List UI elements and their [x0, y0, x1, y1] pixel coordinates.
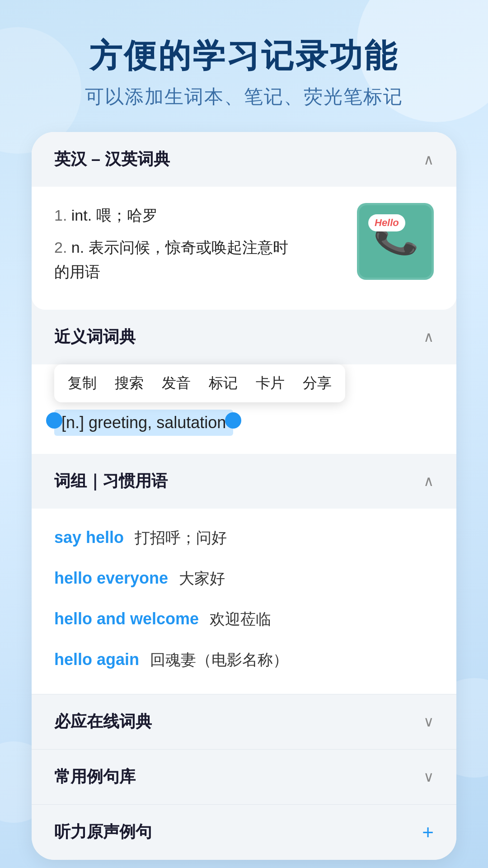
dictionary-title: 英汉 – 汉英词典	[54, 148, 170, 170]
context-menu-search[interactable]: 搜索	[115, 373, 144, 393]
phrase-english-1: say hello	[54, 528, 124, 547]
synonyms-header[interactable]: 近义词词典 ∧	[32, 310, 456, 364]
hello-bubble: Hello	[368, 214, 405, 231]
phrase-chinese-3: 欢迎莅临	[210, 609, 271, 630]
synonym-text-wrapper: [n.] greeting, salutation	[54, 405, 233, 436]
listening-section[interactable]: 听力原声例句 +	[32, 804, 456, 860]
header-section: 方便的学习记录功能 可以添加生词本、笔记、荧光笔标记	[58, 36, 430, 109]
phrase-item-2[interactable]: hello everyone 大家好	[54, 558, 434, 599]
definition-item-2: 2. n. 表示问候，惊奇或唤起注意时的用语	[54, 235, 343, 284]
telephone-illustration: Hello	[359, 205, 432, 278]
synonyms-chevron-icon: ∧	[423, 328, 434, 345]
phrase-english-2: hello everyone	[54, 569, 168, 588]
common-sentences-title: 常用例句库	[54, 766, 136, 788]
phrases-chevron-icon: ∧	[423, 472, 434, 490]
common-sentences-chevron-icon: ∨	[423, 768, 434, 785]
page-subtitle: 可以添加生词本、笔记、荧光笔标记	[85, 84, 403, 109]
synonyms-section: 近义词词典 ∧ 复制 搜索 发音 标记 卡片 分享 [n.] greeting,…	[32, 310, 456, 454]
biying-section[interactable]: 必应在线词典 ∨	[32, 694, 456, 749]
selection-handle-left	[46, 412, 62, 429]
def-num-2: 2.	[54, 239, 71, 256]
synonyms-title: 近义词词典	[54, 326, 136, 348]
listening-title: 听力原声例句	[54, 821, 152, 843]
biying-chevron-icon: ∨	[423, 713, 434, 730]
context-menu: 复制 搜索 发音 标记 卡片 分享	[54, 364, 345, 402]
definition-item-1: 1. int. 喂；哈罗	[54, 203, 343, 227]
page-title: 方便的学习记录功能	[85, 36, 403, 75]
dictionary-header[interactable]: 英汉 – 汉英词典 ∧	[32, 132, 456, 187]
phrases-content: say hello 打招呼；问好 hello everyone 大家好 hell…	[32, 509, 456, 694]
main-card: 英汉 – 汉英词典 ∧ 1. int. 喂；哈罗 2. n. 表示问候，惊奇或唤…	[32, 132, 456, 859]
biying-title: 必应在线词典	[54, 711, 152, 733]
phrase-item-4[interactable]: hello again 回魂妻（电影名称）	[54, 640, 434, 680]
dictionary-chevron-icon: ∧	[423, 151, 434, 168]
phrase-chinese-2: 大家好	[179, 568, 225, 589]
phrase-english-4: hello again	[54, 650, 139, 669]
phrase-item-1[interactable]: say hello 打招呼；问好	[54, 518, 434, 558]
phrase-chinese-1: 打招呼；问好	[135, 528, 227, 548]
phrase-item-3[interactable]: hello and welcome 欢迎莅临	[54, 599, 434, 640]
phrases-header[interactable]: 词组｜习惯用语 ∧	[32, 454, 456, 509]
context-menu-card[interactable]: 卡片	[256, 373, 285, 393]
phrase-english-3: hello and welcome	[54, 609, 199, 628]
definitions-list: 1. int. 喂；哈罗 2. n. 表示问候，惊奇或唤起注意时的用语	[54, 203, 343, 291]
listening-plus-icon[interactable]: +	[422, 821, 434, 844]
selection-handle-right	[225, 412, 241, 429]
phrases-title: 词组｜习惯用语	[54, 470, 168, 492]
synonym-highlighted-text: [n.] greeting, salutation	[54, 410, 233, 436]
context-menu-copy[interactable]: 复制	[68, 373, 97, 393]
context-menu-share[interactable]: 分享	[303, 373, 332, 393]
phrases-section: 词组｜习惯用语 ∧ say hello 打招呼；问好 hello everyon…	[32, 454, 456, 694]
context-menu-mark[interactable]: 标记	[209, 373, 238, 393]
dictionary-section: 英汉 – 汉英词典 ∧ 1. int. 喂；哈罗 2. n. 表示问候，惊奇或唤…	[32, 132, 456, 309]
hello-image: Hello	[357, 203, 434, 280]
dictionary-content: 1. int. 喂；哈罗 2. n. 表示问候，惊奇或唤起注意时的用语 Hell…	[32, 187, 456, 309]
synonyms-content: 复制 搜索 发音 标记 卡片 分享 [n.] greeting, salutat…	[32, 364, 456, 454]
phrase-chinese-4: 回魂妻（电影名称）	[150, 650, 288, 670]
common-sentences-section[interactable]: 常用例句库 ∨	[32, 749, 456, 804]
def-num-1: 1.	[54, 207, 71, 224]
context-menu-pronounce[interactable]: 发音	[162, 373, 191, 393]
